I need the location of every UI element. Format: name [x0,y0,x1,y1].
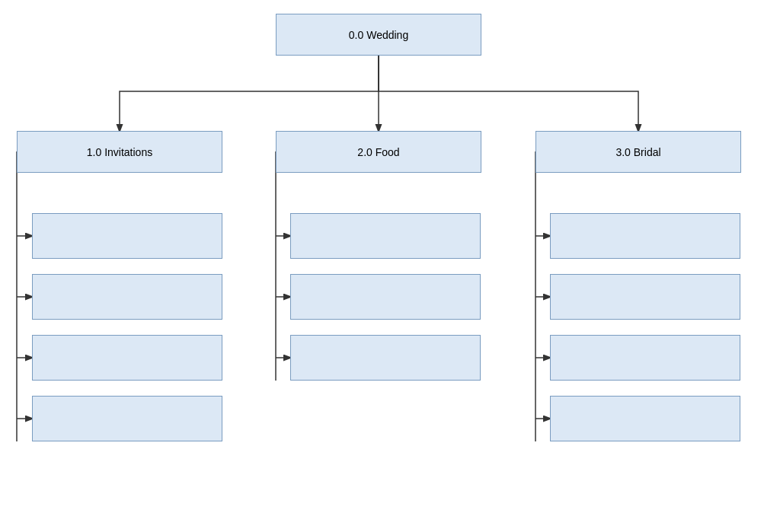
node-inv-child-1 [32,213,222,259]
node-food: 2.0 Food [276,131,481,173]
node-invitations-label: 1.0 Invitations [87,146,152,158]
node-root-label: 0.0 Wedding [349,29,408,41]
node-bridal-child-3 [550,335,740,381]
node-bridal-child-2 [550,274,740,320]
node-food-child-2 [290,274,481,320]
node-bridal-child-4 [550,396,740,441]
node-invitations: 1.0 Invitations [17,131,222,173]
diagram-container: 0.0 Wedding 1.0 Invitations 2.0 Food 3.0… [0,0,780,532]
node-bridal-label: 3.0 Bridal [615,146,660,158]
node-food-child-3 [290,335,481,381]
node-bridal: 3.0 Bridal [535,131,741,173]
node-food-child-1 [290,213,481,259]
connectors-svg [0,0,780,532]
node-inv-child-4 [32,396,222,441]
node-inv-child-2 [32,274,222,320]
node-bridal-child-1 [550,213,740,259]
node-food-label: 2.0 Food [357,146,399,158]
node-root: 0.0 Wedding [276,14,481,56]
node-inv-child-3 [32,335,222,381]
